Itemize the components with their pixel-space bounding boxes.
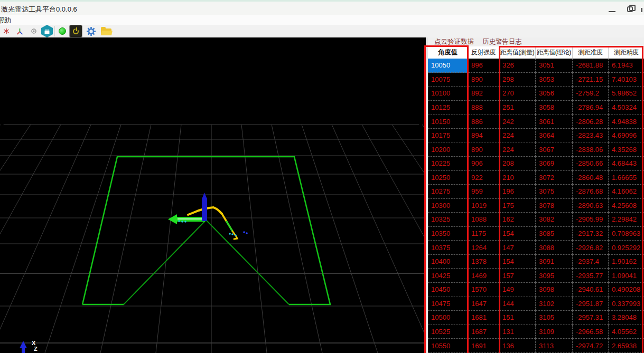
cell[interactable]: 270 — [499, 87, 536, 101]
cell[interactable]: 10050 — [428, 59, 468, 73]
cell[interactable]: 3064 — [536, 129, 573, 143]
cell[interactable]: 151 — [499, 311, 536, 325]
cell[interactable]: 3095 — [536, 269, 573, 283]
cell[interactable]: -2876.68 — [573, 185, 609, 199]
cell[interactable]: -2905.99 — [573, 213, 609, 227]
cell[interactable]: 224 — [499, 142, 536, 157]
cell[interactable]: 210 — [499, 171, 536, 185]
cell[interactable]: 1.66655 — [609, 171, 644, 185]
cell[interactable]: 922 — [468, 171, 499, 185]
cell[interactable]: 224 — [499, 129, 536, 143]
cell[interactable]: 4.94838 — [609, 115, 644, 129]
cell[interactable]: 3102 — [536, 297, 573, 311]
cell[interactable]: 10425 — [428, 269, 468, 283]
cell[interactable]: 144 — [499, 297, 536, 311]
cell[interactable]: 1681 — [468, 311, 499, 325]
cell[interactable]: 3061 — [536, 115, 573, 129]
cell[interactable]: 3067 — [536, 142, 573, 157]
cell[interactable]: 1019 — [468, 199, 499, 213]
cell[interactable]: 3072 — [536, 171, 573, 185]
cell[interactable]: 251 — [499, 101, 536, 115]
cell[interactable]: 0.337993 — [609, 297, 644, 311]
cell[interactable]: 1570 — [468, 283, 499, 297]
cell[interactable]: 3098 — [536, 283, 573, 297]
cell[interactable]: 3058 — [536, 101, 573, 115]
cell[interactable]: 3053 — [536, 73, 573, 87]
cell[interactable]: -2850.66 — [573, 157, 609, 171]
cell[interactable]: 906 — [468, 157, 499, 171]
cell[interactable]: 1088 — [468, 213, 499, 227]
cell[interactable]: 326 — [499, 59, 536, 73]
cell[interactable]: 10450 — [428, 283, 468, 297]
cell[interactable]: 10075 — [428, 73, 468, 87]
header-accuracy[interactable]: 测距准度 — [573, 46, 609, 59]
cell[interactable]: 1.90162 — [609, 255, 644, 269]
cell[interactable]: 3088 — [536, 241, 573, 255]
cell[interactable]: 1647 — [468, 297, 499, 311]
header-dist-measured[interactable]: 距离值(测量) — [499, 46, 536, 59]
cell[interactable]: -2806.28 — [573, 115, 609, 129]
cell[interactable]: 888 — [468, 101, 499, 115]
open-folder-icon[interactable] — [98, 25, 114, 37]
cell[interactable]: 10275 — [428, 185, 468, 199]
cell[interactable]: 3051 — [536, 59, 573, 73]
close-button[interactable] — [640, 2, 644, 16]
cell[interactable]: -2823.43 — [573, 129, 609, 143]
cell[interactable]: 892 — [468, 87, 499, 101]
cell[interactable]: 10550 — [428, 339, 468, 353]
cell[interactable]: -2940.61 — [573, 283, 609, 297]
cell[interactable]: 149 — [499, 283, 536, 297]
cell[interactable]: 10350 — [428, 227, 468, 241]
cell[interactable]: 1378 — [468, 255, 499, 269]
cell[interactable]: 3085 — [536, 227, 573, 241]
cell[interactable]: -2860.48 — [573, 171, 609, 185]
header-dist-theory[interactable]: 距离值(理论) — [536, 46, 573, 59]
tab-history-log[interactable]: 历史警告日志 — [482, 37, 522, 46]
cell[interactable]: 3091 — [536, 255, 573, 269]
cell[interactable]: 1691 — [468, 339, 499, 353]
header-angle[interactable]: 角度值 — [428, 46, 468, 59]
cell[interactable]: -2786.94 — [573, 101, 609, 115]
cell[interactable]: 890 — [468, 73, 499, 87]
header-precision[interactable]: 测距精度 — [609, 46, 644, 59]
cell[interactable]: 10200 — [428, 142, 468, 157]
cell[interactable]: 10475 — [428, 297, 468, 311]
cell[interactable]: 894 — [468, 129, 499, 143]
pointcloud-viewport[interactable]: X Z — [0, 37, 426, 353]
settings-gear-icon[interactable] — [83, 25, 98, 37]
app-hexagon-icon[interactable] — [41, 25, 53, 37]
cell[interactable]: 0.490208 — [609, 283, 644, 297]
cell[interactable]: 3078 — [536, 199, 573, 213]
cell[interactable]: 896 — [468, 59, 499, 73]
cell[interactable]: 3109 — [536, 325, 573, 339]
cell[interactable]: -2838.06 — [573, 142, 609, 157]
cell[interactable]: 10100 — [428, 87, 468, 101]
cell[interactable]: 0.925292 — [609, 241, 644, 255]
cell[interactable]: 10175 — [428, 129, 468, 143]
cell[interactable]: 154 — [499, 227, 536, 241]
cell[interactable]: 3082 — [536, 213, 573, 227]
cell[interactable]: -2917.32 — [573, 227, 609, 241]
cell[interactable]: 154 — [499, 255, 536, 269]
cell[interactable]: 10500 — [428, 311, 468, 325]
cell[interactable]: 3.28048 — [609, 311, 644, 325]
tab-pointcloud-data[interactable]: 点云验证数据 — [434, 37, 474, 46]
minimize-button[interactable] — [604, 2, 622, 16]
cell[interactable]: -2951.87 — [573, 297, 609, 311]
cell[interactable]: -2890.63 — [573, 199, 609, 213]
cell[interactable]: 175 — [499, 199, 536, 213]
cell[interactable]: 2.29842 — [609, 213, 644, 227]
power-button[interactable] — [68, 25, 83, 37]
cell[interactable]: 3056 — [536, 87, 573, 101]
cell[interactable]: 157 — [499, 269, 536, 283]
restore-button[interactable] — [622, 2, 640, 16]
cell[interactable]: 890 — [468, 142, 499, 157]
cell[interactable]: 162 — [499, 213, 536, 227]
cell[interactable]: -2966.58 — [573, 325, 609, 339]
cell[interactable]: 10300 — [428, 199, 468, 213]
cell[interactable]: 1264 — [468, 241, 499, 255]
target-icon[interactable] — [26, 25, 41, 37]
cell[interactable]: 3075 — [536, 185, 573, 199]
axes-icon[interactable] — [13, 25, 26, 37]
cell[interactable]: 886 — [468, 115, 499, 129]
